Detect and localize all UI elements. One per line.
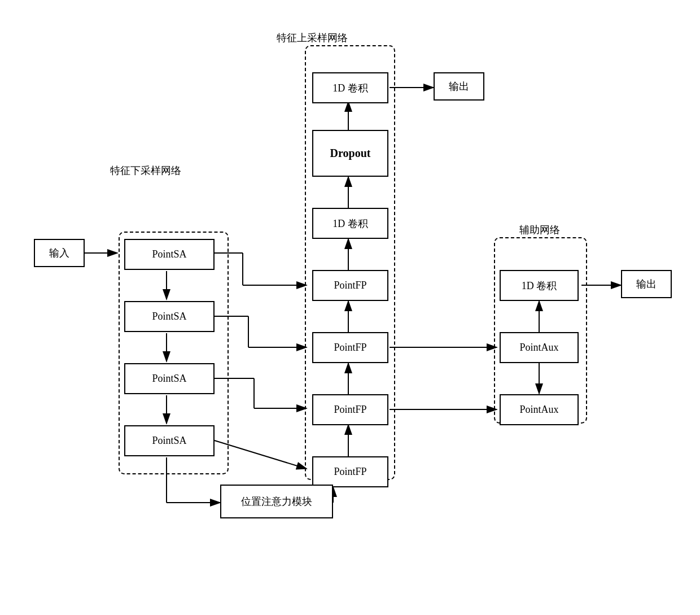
pointsa1-box: PointSA (124, 239, 215, 270)
output2-box: 输出 (621, 270, 672, 298)
aux-conv1d-box: 1D 卷积 (500, 270, 579, 301)
conv1d-mid-box: 1D 卷积 (312, 208, 388, 239)
pointsa4-box: PointSA (124, 425, 215, 456)
pointfp2-box: PointFP (312, 332, 388, 363)
pointsa2-box: PointSA (124, 301, 215, 332)
feature-upsample-label: 特征上采样网络 (277, 31, 348, 45)
conv1d-top-box: 1D 卷积 (312, 72, 388, 103)
pointaux1-box: PointAux (500, 332, 579, 363)
output1-box: 输出 (434, 72, 484, 101)
pointfp3-box: PointFP (312, 394, 388, 425)
auxiliary-network-label: 辅助网络 (519, 223, 560, 237)
pointaux2-box: PointAux (500, 394, 579, 425)
dropout-box: Dropout (312, 130, 388, 177)
position-attention-box: 位置注意力模块 (220, 485, 333, 518)
diagram: 特征上采样网络 特征下采样网络 辅助网络 输入 输出 输出 1D 卷积 Drop… (0, 0, 700, 615)
feature-downsample-label: 特征下采样网络 (110, 164, 181, 177)
pointsa3-box: PointSA (124, 363, 215, 394)
pointfp1-box: PointFP (312, 270, 388, 301)
input-box: 输入 (34, 239, 85, 267)
pointfp4-box: PointFP (312, 456, 388, 487)
